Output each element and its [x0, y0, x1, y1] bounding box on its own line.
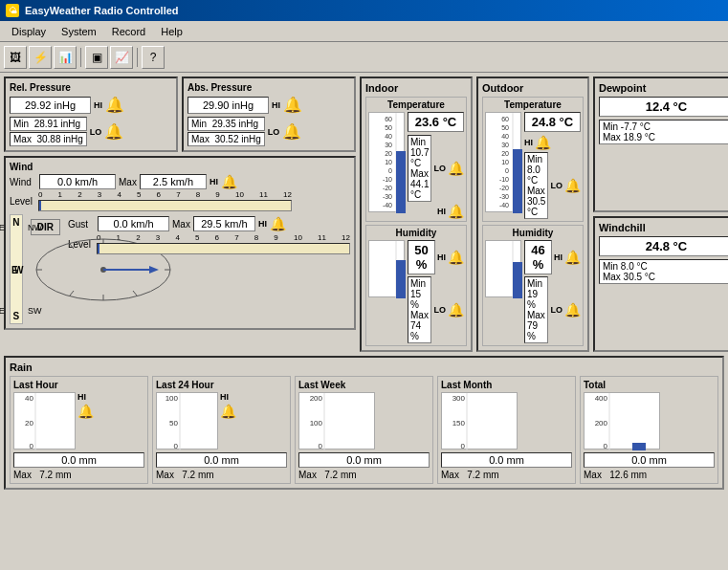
outdoor-hum-lo-bell[interactable]: 🔔 — [564, 302, 581, 318]
main-content: Rel. Pressure 29.92 inHg HI 🔔 Min 28.91 … — [0, 73, 728, 570]
svg-text:0: 0 — [461, 442, 466, 450]
compass-ne: NE — [0, 223, 5, 232]
gust-hi: HI — [258, 219, 267, 229]
gust-level-bar — [97, 243, 350, 254]
rain-hour-svg: 40 20 0 — [14, 393, 77, 450]
rain-last-week: Last Week 200 100 0 0.0 mm Max 7.2 mm — [295, 376, 433, 484]
abs-hi-bell[interactable]: 🔔 — [283, 96, 302, 114]
rain-24h-bell[interactable]: 🔔 — [220, 404, 236, 419]
outdoor-humidity-section: Humidity 46 % HI — [482, 225, 584, 346]
indoor-temp-hi-bell[interactable]: 🔔 — [448, 204, 464, 219]
svg-text:50: 50 — [385, 124, 392, 131]
outdoor-hum-lo-label: LO — [550, 305, 563, 315]
menu-help[interactable]: Help — [153, 24, 190, 39]
menu-record[interactable]: Record — [104, 24, 153, 39]
svg-rect-39 — [513, 149, 522, 213]
rain-hour-graph-area: 40 20 0 HI 🔔 — [13, 392, 144, 449]
indoor-temp-hi-row: Min 10.7 °CMax 44.1 °C LO 🔔 — [408, 135, 464, 202]
outdoor-hum-hi-label: HI — [554, 252, 563, 262]
toolbar-btn-4[interactable]: ▣ — [85, 46, 108, 69]
svg-rect-26 — [396, 260, 406, 298]
indoor-hum-lo-row: Min 15 %Max 74 % LO 🔔 — [408, 276, 464, 343]
app-icon: 🌤 — [6, 4, 19, 17]
abs-pressure-main: 29.90 inHg HI 🔔 — [188, 96, 350, 114]
rel-hi-bell[interactable]: 🔔 — [105, 96, 124, 114]
outdoor-temp-hi-bell[interactable]: 🔔 — [535, 135, 551, 150]
svg-text:40: 40 — [501, 133, 509, 140]
indoor-hum-hi-bell[interactable]: 🔔 — [448, 250, 464, 265]
compass-se: SE — [0, 306, 5, 316]
wind-panel: Wind Wind 0.0 km/h Max 2.5 km/h HI 🔔 Lev… — [4, 156, 356, 330]
menu-system[interactable]: System — [54, 24, 104, 39]
relative-pressure-panel: Rel. Pressure 29.92 inHg HI 🔔 Min 28.91 … — [4, 77, 178, 152]
rel-min-val: Min 28.91 inHg — [10, 117, 87, 131]
outdoor-temp-lo-bell[interactable]: 🔔 — [564, 178, 581, 193]
windchill-lo-row: Min 8.0 °CMax 30.5 °C LO 🔔 — [599, 259, 728, 284]
svg-text:20: 20 — [501, 150, 509, 157]
outdoor-temp-hi-label: HI — [524, 138, 533, 147]
abs-lo-bell[interactable]: 🔔 — [282, 122, 301, 141]
windchill-title: Windchill — [599, 222, 728, 233]
compass-n: N — [12, 217, 19, 228]
svg-text:-20: -20 — [499, 185, 509, 191]
absolute-pressure-panel: Abs. Pressure 29.90 inHg HI 🔔 Min 29.35 … — [182, 77, 356, 152]
svg-text:0: 0 — [604, 442, 608, 450]
outdoor-temp-lo-label: LO — [550, 181, 563, 190]
indoor-hum-lo-label: LO — [433, 305, 446, 315]
rain-hour-hi: HI — [77, 392, 94, 402]
compass-w: W — [14, 264, 23, 274]
svg-line-8 — [70, 291, 74, 296]
outdoor-hum-hi-bell[interactable]: 🔔 — [564, 250, 581, 265]
svg-text:100: 100 — [165, 394, 179, 403]
gust-bell[interactable]: 🔔 — [270, 216, 286, 231]
toolbar-btn-help[interactable]: ? — [142, 46, 165, 69]
app-title: EasyWeather Radio Controlled — [25, 5, 179, 16]
rain-last-hour: Last Hour 40 20 0 HI 🔔 — [10, 376, 148, 484]
svg-text:0: 0 — [505, 167, 509, 174]
outdoor-temp-value: 24.8 °C — [524, 112, 581, 132]
rain-last-24h: Last 24 Hour 100 50 0 HI 🔔 — [152, 376, 291, 484]
rain-month-graph-area: 300 150 0 — [441, 392, 572, 449]
rain-24h-controls: HI 🔔 — [220, 392, 236, 449]
toolbar: 🖼 ⚡ 📊 ▣ 📈 ? — [0, 42, 728, 73]
indoor-hum-top: 50 % HI 🔔 — [408, 240, 464, 274]
indoor-hum-lo-bell[interactable]: 🔔 — [448, 302, 464, 318]
abs-lo-label: LO — [268, 127, 280, 137]
svg-rect-24 — [396, 151, 406, 213]
rain-week-svg: 200 100 0 — [299, 393, 376, 450]
rain-total-graph: 400 200 0 — [584, 392, 660, 449]
rel-lo-label: LO — [90, 127, 102, 137]
wind-level-nums: 0123456789101112 — [38, 190, 292, 199]
outdoor-temp-svg: 60 50 40 30 20 10 0 -10 -20 -30 — [486, 113, 522, 213]
windchill-panel: Windchill 24.8 °C HI 🔔 Min 8.0 °CMax 30.… — [593, 216, 728, 352]
wind-level-indicator — [39, 201, 41, 210]
svg-text:20: 20 — [385, 150, 392, 157]
toolbar-btn-2[interactable]: ⚡ — [29, 46, 52, 69]
abs-max-val: Max 30.52 inHg — [188, 132, 265, 146]
svg-text:-40: -40 — [383, 202, 392, 208]
gust-max-value: 29.5 km/h — [193, 216, 255, 231]
rel-lo-bell[interactable]: 🔔 — [104, 122, 123, 141]
svg-line-6 — [70, 244, 74, 249]
svg-text:40: 40 — [25, 394, 33, 403]
wind-bell[interactable]: 🔔 — [221, 174, 237, 189]
env-right: Indoor Temperature 60 50 — [360, 77, 728, 352]
outdoor-temp-lo-row: Min 8.0 °CMax 30.5 °C LO 🔔 — [524, 152, 581, 219]
menu-display[interactable]: Display — [4, 24, 54, 39]
rain-hour-bell[interactable]: 🔔 — [77, 404, 94, 419]
outdoor-temp-hi-row: HI 🔔 — [524, 135, 581, 150]
indoor-hum-hi-label: HI — [437, 252, 446, 262]
toolbar-btn-5[interactable]: 📈 — [110, 46, 133, 69]
compass-display: N S E W NE NW SE SW — [10, 214, 23, 324]
rain-total: Total 400 200 0 0.0 mm Max 12.6 m — [580, 376, 718, 484]
indoor-temp-hi-area: HI 🔔 — [408, 204, 464, 219]
left-section: Rel. Pressure 29.92 inHg HI 🔔 Min 28.91 … — [4, 77, 356, 352]
title-bar: 🌤 EasyWeather Radio Controlled — [0, 0, 728, 21]
toolbar-btn-3[interactable]: 📊 — [54, 46, 77, 69]
outdoor-hum-values: 46 % HI 🔔 Min 19 %Max 79 % LO 🔔 — [524, 240, 581, 343]
indoor-temp-content: 60 50 40 30 20 10 0 -10 -20 -30 — [368, 112, 464, 219]
wind-level-label: Level — [10, 196, 36, 207]
indoor-temp-lo-bell[interactable]: 🔔 — [448, 161, 464, 176]
windchill-value: 24.8 °C — [599, 236, 728, 256]
toolbar-btn-1[interactable]: 🖼 — [4, 46, 27, 69]
